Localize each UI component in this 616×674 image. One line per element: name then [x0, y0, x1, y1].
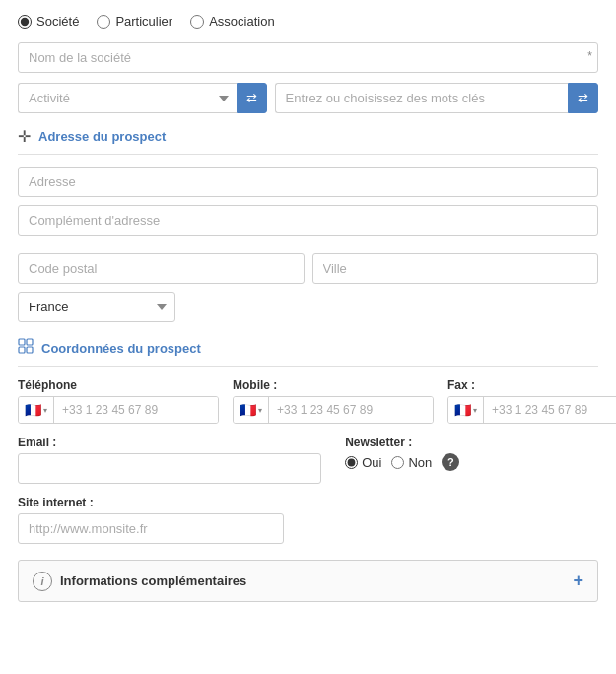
telephone-group: Téléphone 🇫🇷 ▾ [18, 378, 219, 424]
company-name-input[interactable] [18, 42, 598, 73]
country-select[interactable]: France Belgique Suisse Espagne Allemagne [18, 292, 175, 322]
newsletter-non[interactable]: Non [391, 455, 432, 470]
activite-select-group: Activité ⇄ [18, 83, 267, 113]
activite-select[interactable]: Activité [18, 83, 237, 113]
email-newsletter-row: Email : Newsletter : Oui Non ? [18, 436, 598, 484]
radio-particulier[interactable]: Particulier [97, 14, 172, 29]
site-internet-input[interactable] [18, 513, 284, 544]
mobile-input-wrap: 🇫🇷 ▾ [233, 396, 434, 424]
phone-mobile-fax-row: Téléphone 🇫🇷 ▾ Mobile : 🇫🇷 ▾ Fax : [18, 378, 598, 424]
site-internet-label: Site internet : [18, 496, 598, 509]
fax-caret: ▾ [473, 406, 477, 415]
code-postal-input[interactable] [18, 253, 305, 284]
newsletter-label: Newsletter : [345, 436, 598, 449]
radio-societe[interactable]: Société [18, 14, 79, 29]
telephone-flag-btn[interactable]: 🇫🇷 ▾ [19, 397, 54, 423]
radio-societe-label: Société [36, 14, 79, 29]
info-complementaires-title: Informations complémentaires [60, 573, 246, 588]
info-complementaires-section[interactable]: i Informations complémentaires + [18, 560, 598, 602]
fax-flag: 🇫🇷 [454, 402, 471, 418]
site-internet-group: Site internet : [18, 496, 598, 544]
mobile-flag: 🇫🇷 [240, 402, 256, 418]
info-left: i Informations complémentaires [33, 572, 246, 591]
svg-rect-1 [27, 339, 33, 345]
mobile-caret: ▾ [258, 406, 262, 415]
coord-icon [18, 338, 34, 358]
email-label: Email : [18, 436, 321, 449]
radio-particulier-label: Particulier [115, 14, 172, 29]
newsletter-oui-label: Oui [362, 455, 381, 470]
telephone-flag: 🇫🇷 [25, 402, 41, 418]
mobile-group: Mobile : 🇫🇷 ▾ [233, 378, 434, 424]
newsletter-oui[interactable]: Oui [345, 455, 381, 470]
svg-rect-3 [27, 347, 33, 353]
email-group: Email : [18, 436, 321, 484]
telephone-label: Téléphone [18, 378, 219, 392]
mobile-label: Mobile : [233, 378, 434, 392]
main-container: Société Particulier Association * Activi… [0, 0, 616, 674]
address-fields [18, 167, 598, 243]
coord-section-header: Coordonnées du prospect [18, 338, 598, 367]
keywords-btn[interactable]: ⇄ [568, 83, 598, 113]
code-postal-ville-row [18, 253, 598, 284]
newsletter-non-label: Non [408, 455, 432, 470]
address-icon: ✛ [18, 127, 31, 146]
keywords-group: ⇄ [275, 83, 598, 113]
info-icon: i [33, 572, 52, 591]
svg-rect-2 [19, 347, 25, 353]
telephone-caret: ▾ [43, 406, 47, 415]
newsletter-options: Oui Non ? [345, 453, 598, 471]
fax-group: Fax : 🇫🇷 ▾ [447, 378, 616, 424]
address-section-header: ✛ Adresse du prospect [18, 127, 598, 155]
telephone-input[interactable] [54, 397, 218, 423]
info-plus-btn[interactable]: + [573, 571, 583, 591]
country-select-wrap: France Belgique Suisse Espagne Allemagne [18, 292, 175, 322]
svg-rect-0 [19, 339, 25, 345]
adresse-input[interactable] [18, 167, 598, 197]
activite-keywords-row: Activité ⇄ ⇄ [18, 83, 598, 113]
company-name-field-wrap: * [18, 42, 598, 73]
entity-type-radio-group: Société Particulier Association [18, 14, 598, 29]
keywords-btn-icon: ⇄ [578, 91, 588, 105]
coord-section-title: Coordonnées du prospect [41, 341, 201, 356]
newsletter-help-icon[interactable]: ? [442, 453, 459, 471]
mobile-input[interactable] [269, 397, 433, 423]
address-section-title: Adresse du prospect [38, 129, 166, 144]
keywords-input[interactable] [275, 83, 568, 113]
fax-input[interactable] [484, 397, 616, 423]
radio-association[interactable]: Association [190, 14, 274, 29]
fax-label: Fax : [447, 378, 616, 392]
activite-btn[interactable]: ⇄ [237, 83, 267, 113]
complement-adresse-input[interactable] [18, 205, 598, 236]
mobile-flag-btn[interactable]: 🇫🇷 ▾ [234, 397, 269, 423]
newsletter-group: Newsletter : Oui Non ? [345, 436, 598, 471]
fax-flag-btn[interactable]: 🇫🇷 ▾ [448, 397, 484, 423]
radio-association-label: Association [209, 14, 274, 29]
ville-input[interactable] [312, 253, 599, 284]
fax-input-wrap: 🇫🇷 ▾ [447, 396, 616, 424]
activite-btn-icon: ⇄ [246, 91, 257, 105]
email-input[interactable] [18, 453, 321, 484]
required-star: * [587, 49, 592, 63]
telephone-input-wrap: 🇫🇷 ▾ [18, 396, 219, 424]
